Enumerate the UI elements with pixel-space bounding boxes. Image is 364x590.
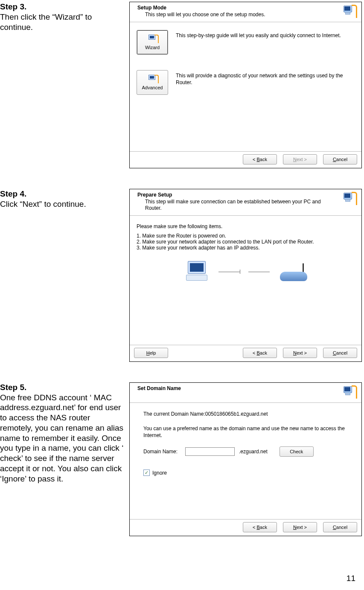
advanced-desc: This will provide a diagnostic of your n… (176, 70, 355, 86)
prepare-setup-panel: Prepare Setup This step will make sure c… (129, 189, 362, 362)
set-domain-panel: Set Domain Name The current Domain Name:… (129, 382, 362, 536)
next-button[interactable]: Next > (283, 348, 317, 358)
router-icon (280, 262, 307, 281)
wizard-pc-icon (343, 192, 358, 205)
setup-mode-panel: Setup Mode This step will let you choose… (129, 2, 362, 168)
connection-line-icon (218, 269, 270, 275)
next-button-disabled: Next > (283, 154, 317, 164)
domain-suffix: .ezguard.net (239, 449, 268, 455)
ignore-checkbox[interactable]: ✓ (143, 470, 150, 476)
prepare-item-1: Make sure the Router is powered on. (137, 233, 355, 239)
cancel-button[interactable]: Cancel (323, 154, 357, 164)
back-button[interactable]: < Back (243, 154, 277, 164)
current-domain-text: The current Domain Name:0050186065b1.ezg… (143, 411, 348, 417)
prepare-item-2: Make sure your network adapter is connec… (137, 239, 355, 245)
step4-text: Click “Next” to continue. (0, 200, 86, 208)
wizard-button[interactable]: Wizard (137, 30, 168, 55)
prepare-item-3: Make sure your network adapter has an IP… (137, 245, 355, 251)
pc-router-diagram (137, 261, 355, 282)
step5-instruction: Step 5. One free DDNS account ‘ MAC addr… (0, 382, 129, 484)
setup-mode-title: Setup Mode (137, 5, 338, 12)
advanced-button[interactable]: Advanced (137, 70, 168, 95)
back-button[interactable]: < Back (243, 522, 277, 532)
domain-hint-text: You can use a preferred name as the doma… (143, 425, 348, 439)
set-domain-title: Set Domain Name (137, 385, 338, 392)
prepare-setup-title: Prepare Setup (137, 192, 338, 199)
next-button[interactable]: Next > (283, 522, 317, 532)
wizard-pc-icon (343, 5, 358, 18)
wizard-desc: This step-by-step guide will let you eas… (176, 30, 355, 39)
step3-instruction: Step 3. Then click the “Wizard” to conti… (0, 2, 129, 32)
check-button[interactable]: Check (280, 446, 314, 457)
domain-name-input[interactable] (185, 447, 235, 456)
step4-instruction: Step 4. Click “Next” to continue. (0, 189, 129, 209)
back-button[interactable]: < Back (243, 348, 277, 358)
setup-mode-subtitle: This step will let you choose one of the… (137, 12, 338, 18)
wizard-button-label: Wizard (145, 45, 160, 50)
step4-heading: Step 4. (0, 189, 26, 198)
step3-heading: Step 3. (0, 2, 26, 11)
advanced-button-label: Advanced (142, 85, 163, 90)
wizard-pc-mini-icon (146, 35, 159, 44)
help-button[interactable]: Help (134, 348, 168, 358)
wizard-pc-icon (343, 385, 358, 399)
page-number: 11 (0, 557, 364, 583)
domain-name-label: Domain Name: (143, 449, 181, 455)
prepare-checklist: Make sure the Router is powered on. Make… (137, 233, 355, 251)
step5-text: One free DDNS account ‘ MAC address.ezgu… (0, 393, 123, 483)
ignore-label: Ignore (152, 470, 167, 476)
step3-text: Then click the “Wizard” to continue. (0, 12, 92, 32)
cancel-button[interactable]: Cancel (323, 522, 357, 532)
pc-icon (184, 261, 208, 282)
prepare-setup-subtitle: This step will make sure connection can … (137, 199, 338, 212)
step5-heading: Step 5. (0, 383, 26, 392)
prepare-intro: Please make sure the following items. (137, 223, 355, 229)
cancel-button[interactable]: Cancel (323, 348, 357, 358)
check-mark-icon: ✓ (145, 470, 149, 476)
advanced-pc-mini-icon (146, 75, 159, 84)
